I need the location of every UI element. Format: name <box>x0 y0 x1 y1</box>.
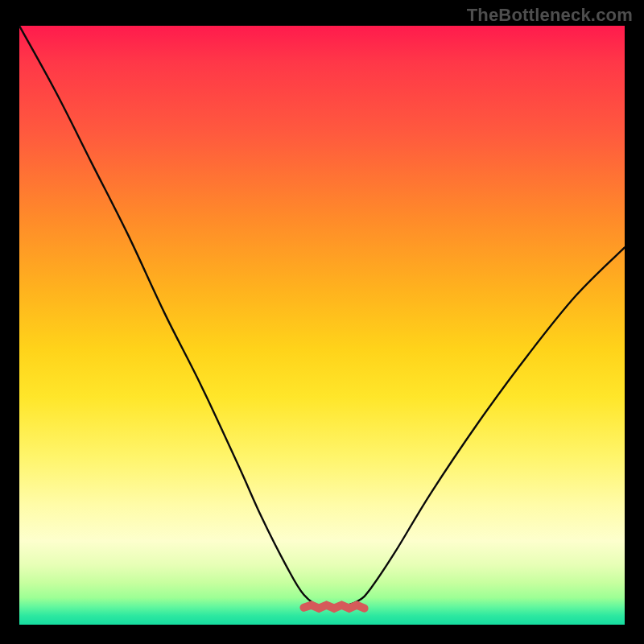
minimum-marker <box>303 605 364 609</box>
chart-frame: TheBottleneck.com <box>0 0 644 644</box>
bottleneck-curve <box>19 26 625 608</box>
watermark-text: TheBottleneck.com <box>467 5 633 26</box>
curve-layer <box>19 26 625 625</box>
plot-area <box>19 26 625 625</box>
